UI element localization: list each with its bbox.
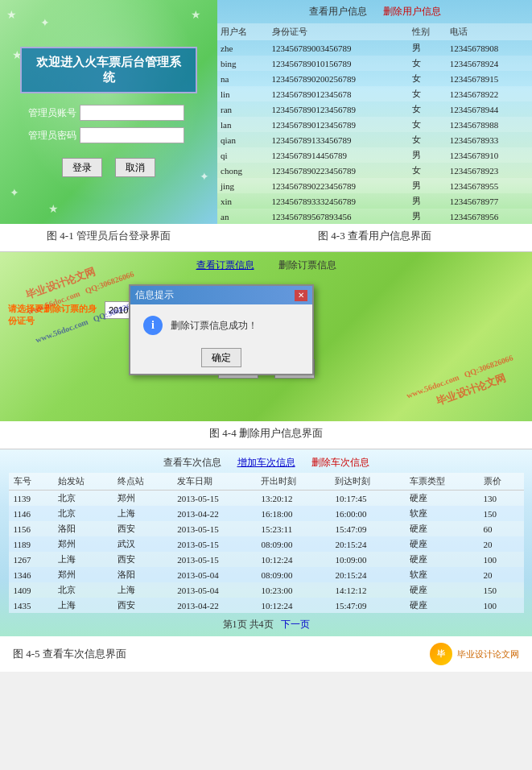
username-row: 管理员账号: [20, 105, 197, 121]
table-cell: 硬座: [405, 536, 479, 552]
table-row: an12345678956789345​6男12345678956: [217, 209, 532, 224]
train-add-link[interactable]: 增加车次信息: [237, 456, 295, 470]
login-form: 管理员账号 管理员密码: [20, 105, 197, 150]
table-cell: zhe: [217, 40, 269, 56]
logo-circle: 毕: [430, 643, 452, 665]
table-cell: 12345678955: [447, 178, 532, 193]
table-cell: 软座: [405, 567, 479, 582]
table-cell: 15:47:09: [330, 521, 404, 536]
table-cell: 08:09:00: [256, 567, 330, 582]
table-cell: 20: [479, 567, 524, 582]
dialog-close-button[interactable]: ✕: [295, 290, 307, 301]
table-cell: 15:23:11: [256, 521, 330, 536]
train-section: 查看车次信息 增加车次信息 删除车次信息 车号 始发站 终点站 发车日期 开出时…: [0, 449, 532, 636]
login-title: 欢迎进入火车票后台管理系统: [20, 47, 197, 93]
logo-text: 毕业设计论文网: [457, 648, 519, 660]
table-cell: 12345678922: [447, 86, 532, 101]
table-cell: qian: [217, 132, 269, 147]
table-row: 1267上海西安2013-05-1510:12:2410:09:00硬座100: [9, 552, 524, 567]
caption-row-fig5: 图 4-5 查看车次信息界面 毕 毕业设计论文网: [0, 636, 532, 672]
table-cell: 武汉: [113, 536, 172, 552]
table-cell: 男: [409, 193, 447, 209]
train-table-header: 车号 始发站 终点站 发车日期 开出时刻 到达时刻 车票类型 票价: [9, 473, 524, 491]
cancel-button[interactable]: 取消: [115, 158, 155, 177]
table-cell: chong: [217, 163, 269, 178]
table-cell: 100: [479, 598, 524, 613]
table-cell: 硬座: [405, 521, 479, 536]
table-row: na12345678902002567​89女12345678915: [217, 71, 532, 86]
star-decoration: ★: [191, 8, 201, 22]
info-dialog: 信息提示 ✕ i 删除订票信息成功！ 确定: [129, 284, 314, 375]
table-row: ran12345678901234567​89女12345678944: [217, 101, 532, 117]
table-cell: 女: [409, 101, 447, 117]
col-destination: 终点站: [113, 473, 172, 491]
table-cell: 郑州: [53, 567, 113, 582]
table-cell: 2013-05-15: [172, 552, 256, 567]
table-cell: 12345678924: [447, 56, 532, 71]
table-cell: 13:20:12: [256, 491, 330, 507]
star-decoration: ✦: [10, 186, 19, 200]
table-row: lan12345678901234567​89女12345678988: [217, 117, 532, 132]
table-cell: 硬座: [405, 582, 479, 598]
table-cell: 12345678908: [447, 40, 532, 56]
password-input[interactable]: [80, 127, 184, 143]
table-cell: 上海: [53, 552, 113, 567]
table-cell: qi: [217, 147, 269, 163]
table-cell: 男: [409, 209, 447, 224]
order-prompt: 请选择要删除订票的身份证号: [8, 279, 105, 327]
table-cell: 12345678988: [447, 117, 532, 132]
col-depart-time: 开出时刻: [256, 473, 330, 491]
table-row: qian12345678913345678​9女12345678933: [217, 132, 532, 147]
table-cell: 12345678901015678​9: [269, 56, 410, 71]
table-cell: 60: [479, 521, 524, 536]
table-cell: 硬座: [405, 598, 479, 613]
dialog-info-icon: i: [143, 316, 163, 335]
login-button[interactable]: 登录: [62, 158, 102, 177]
order-delete-link[interactable]: 删除订票信息: [278, 259, 336, 272]
table-row: 1146北京上海2013-04-2216:18:0016:00:00软座150: [9, 506, 524, 521]
col-gender: 性别: [409, 23, 447, 40]
train-delete-link[interactable]: 删除车次信息: [311, 456, 369, 470]
order-section: 毕业设计论文网 www.56doc.com QQ:306826066 www.5…: [0, 252, 532, 421]
table-cell: 12345678915: [447, 71, 532, 86]
caption-fig5: 图 4-5 查看车次信息界面: [13, 647, 126, 661]
table-cell: 北京: [53, 582, 113, 598]
col-trainno: 车号: [9, 473, 54, 491]
table-cell: 洛阳: [53, 521, 113, 536]
table-cell: xin: [217, 193, 269, 209]
username-input[interactable]: [80, 105, 184, 121]
table-cell: lin: [217, 86, 269, 101]
dialog-titlebar: 信息提示 ✕: [130, 286, 312, 304]
table-cell: 洛阳: [113, 567, 172, 582]
table-cell: 12345678956: [447, 209, 532, 224]
col-price: 票价: [479, 473, 524, 491]
order-header: 查看订票信息 删除订票信息: [0, 252, 532, 279]
dialog-title: 信息提示: [135, 288, 174, 302]
table-cell: 15:47:09: [330, 598, 404, 613]
table-cell: 08:09:00: [256, 536, 330, 552]
table-row: 1156洛阳西安2013-05-1515:23:1115:47:09硬座60: [9, 521, 524, 536]
train-view-link[interactable]: 查看车次信息: [163, 456, 221, 470]
table-cell: na: [217, 71, 269, 86]
dialog-ok-button[interactable]: 确定: [201, 348, 241, 367]
col-date: 发车日期: [172, 473, 256, 491]
logo-area: 毕 毕业设计论文网: [430, 643, 519, 665]
caption-row-1: 图 4-1 管理员后台登录界面 图 4-3 查看用户信息界面: [0, 224, 532, 251]
table-cell: 20: [479, 536, 524, 552]
table-cell: 2013-05-04: [172, 582, 256, 598]
table-cell: 16:00:00: [330, 506, 404, 521]
table-cell: 1267: [9, 552, 54, 567]
userinfo-delete-link[interactable]: 删除用户信息: [383, 5, 441, 19]
table-cell: an: [217, 209, 269, 224]
table-cell: 上海: [113, 506, 172, 521]
table-cell: 1189: [9, 536, 54, 552]
table-cell: 女: [409, 163, 447, 178]
order-view-link[interactable]: 查看订票信息: [196, 259, 254, 272]
col-ticket-type: 车票类型: [405, 473, 479, 491]
next-page-link[interactable]: 下一页: [281, 619, 310, 630]
table-cell: 2013-05-15: [172, 536, 256, 552]
userinfo-table: 用户名 身份证号 性别 电话 zhe12345678900345678​9男12…: [217, 23, 532, 224]
table-row: jing12345678902234567​89男12345678955: [217, 178, 532, 193]
table-cell: 男: [409, 178, 447, 193]
userinfo-view-link[interactable]: 查看用户信息: [309, 5, 367, 19]
